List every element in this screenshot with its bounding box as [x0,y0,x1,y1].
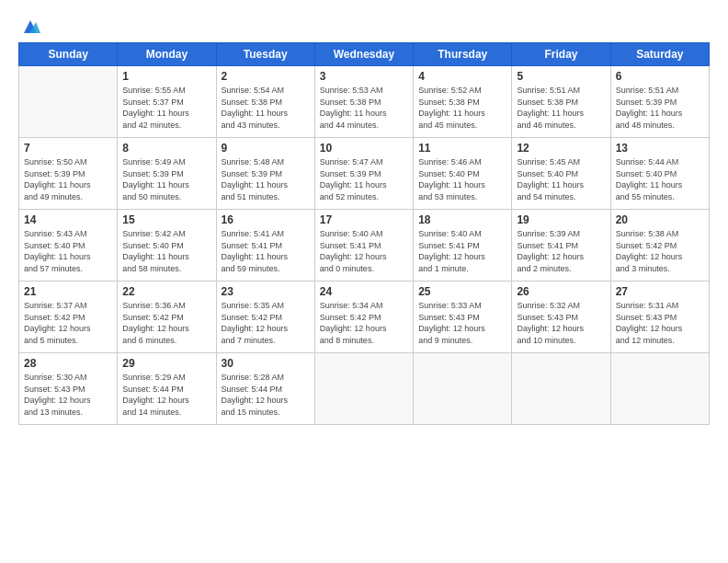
day-info: Sunrise: 5:31 AM Sunset: 5:43 PM Dayligh… [616,300,704,346]
calendar-cell: 26Sunrise: 5:32 AM Sunset: 5:43 PM Dayli… [512,282,610,353]
day-info: Sunrise: 5:46 AM Sunset: 5:40 PM Dayligh… [418,156,506,202]
day-number: 6 [616,70,704,83]
calendar-cell: 13Sunrise: 5:44 AM Sunset: 5:40 PM Dayli… [610,138,709,210]
calendar-table: SundayMondayTuesdayWednesdayThursdayFrid… [18,42,710,425]
calendar-cell [512,353,610,425]
calendar-cell: 7Sunrise: 5:50 AM Sunset: 5:39 PM Daylig… [19,138,118,210]
day-number: 17 [320,213,408,226]
day-number: 13 [616,142,704,155]
day-number: 20 [616,213,704,226]
day-number: 12 [517,142,605,155]
day-info: Sunrise: 5:44 AM Sunset: 5:40 PM Dayligh… [616,156,704,202]
day-number: 14 [24,213,112,226]
calendar-cell: 24Sunrise: 5:34 AM Sunset: 5:42 PM Dayli… [314,282,413,353]
calendar-cell: 5Sunrise: 5:51 AM Sunset: 5:38 PM Daylig… [512,66,610,138]
calendar-cell: 22Sunrise: 5:36 AM Sunset: 5:42 PM Dayli… [118,282,216,353]
day-number: 5 [517,70,605,83]
weekday-header-row: SundayMondayTuesdayWednesdayThursdayFrid… [19,43,710,66]
weekday-header-thursday: Thursday [414,43,512,66]
day-info: Sunrise: 5:36 AM Sunset: 5:42 PM Dayligh… [122,300,210,346]
day-number: 30 [222,357,310,370]
day-number: 18 [418,213,506,226]
calendar-cell: 20Sunrise: 5:38 AM Sunset: 5:42 PM Dayli… [610,210,709,282]
calendar-cell: 19Sunrise: 5:39 AM Sunset: 5:41 PM Dayli… [512,210,610,282]
day-info: Sunrise: 5:47 AM Sunset: 5:39 PM Dayligh… [320,156,408,202]
weekday-header-monday: Monday [118,43,216,66]
day-number: 15 [122,213,210,226]
day-info: Sunrise: 5:40 AM Sunset: 5:41 PM Dayligh… [320,228,408,274]
calendar-cell: 9Sunrise: 5:48 AM Sunset: 5:39 PM Daylig… [216,138,314,210]
day-number: 1 [122,70,210,83]
week-row-3: 21Sunrise: 5:37 AM Sunset: 5:42 PM Dayli… [19,282,710,353]
day-number: 19 [517,213,605,226]
week-row-2: 14Sunrise: 5:43 AM Sunset: 5:40 PM Dayli… [19,210,710,282]
day-number: 11 [418,142,506,155]
logo [18,17,40,33]
day-number: 16 [222,213,310,226]
day-info: Sunrise: 5:49 AM Sunset: 5:39 PM Dayligh… [122,156,210,202]
calendar-cell: 21Sunrise: 5:37 AM Sunset: 5:42 PM Dayli… [19,282,118,353]
day-number: 9 [222,142,310,155]
day-info: Sunrise: 5:38 AM Sunset: 5:42 PM Dayligh… [616,228,704,274]
day-info: Sunrise: 5:53 AM Sunset: 5:38 PM Dayligh… [320,85,408,131]
week-row-4: 28Sunrise: 5:30 AM Sunset: 5:43 PM Dayli… [19,353,710,425]
calendar-cell: 6Sunrise: 5:51 AM Sunset: 5:39 PM Daylig… [610,66,709,138]
day-info: Sunrise: 5:50 AM Sunset: 5:39 PM Dayligh… [24,156,112,202]
day-number: 29 [122,357,210,370]
day-info: Sunrise: 5:33 AM Sunset: 5:43 PM Dayligh… [418,300,506,346]
calendar-cell: 27Sunrise: 5:31 AM Sunset: 5:43 PM Dayli… [610,282,709,353]
day-info: Sunrise: 5:29 AM Sunset: 5:44 PM Dayligh… [122,372,210,418]
calendar-cell: 17Sunrise: 5:40 AM Sunset: 5:41 PM Dayli… [314,210,413,282]
day-info: Sunrise: 5:41 AM Sunset: 5:41 PM Dayligh… [222,228,310,274]
day-info: Sunrise: 5:55 AM Sunset: 5:37 PM Dayligh… [122,85,210,131]
week-row-0: 1Sunrise: 5:55 AM Sunset: 5:37 PM Daylig… [19,66,710,138]
day-number: 25 [418,285,506,298]
day-info: Sunrise: 5:37 AM Sunset: 5:42 PM Dayligh… [24,300,112,346]
day-info: Sunrise: 5:32 AM Sunset: 5:43 PM Dayligh… [517,300,605,346]
day-info: Sunrise: 5:51 AM Sunset: 5:38 PM Dayligh… [517,85,605,131]
day-number: 10 [320,142,408,155]
weekday-header-tuesday: Tuesday [216,43,314,66]
day-number: 26 [517,285,605,298]
day-number: 24 [320,285,408,298]
day-info: Sunrise: 5:54 AM Sunset: 5:38 PM Dayligh… [222,85,310,131]
calendar-cell: 3Sunrise: 5:53 AM Sunset: 5:38 PM Daylig… [314,66,413,138]
day-number: 3 [320,70,408,83]
day-number: 28 [24,357,112,370]
day-info: Sunrise: 5:30 AM Sunset: 5:43 PM Dayligh… [24,372,112,418]
logo-icon [20,17,40,37]
calendar-cell: 28Sunrise: 5:30 AM Sunset: 5:43 PM Dayli… [19,353,118,425]
day-info: Sunrise: 5:43 AM Sunset: 5:40 PM Dayligh… [24,228,112,274]
day-info: Sunrise: 5:34 AM Sunset: 5:42 PM Dayligh… [320,300,408,346]
day-info: Sunrise: 5:35 AM Sunset: 5:42 PM Dayligh… [222,300,310,346]
calendar-cell: 1Sunrise: 5:55 AM Sunset: 5:37 PM Daylig… [118,66,216,138]
calendar-cell: 14Sunrise: 5:43 AM Sunset: 5:40 PM Dayli… [19,210,118,282]
calendar-cell: 25Sunrise: 5:33 AM Sunset: 5:43 PM Dayli… [414,282,512,353]
day-info: Sunrise: 5:42 AM Sunset: 5:40 PM Dayligh… [122,228,210,274]
day-number: 7 [24,142,112,155]
week-row-1: 7Sunrise: 5:50 AM Sunset: 5:39 PM Daylig… [19,138,710,210]
day-number: 21 [24,285,112,298]
calendar-cell: 23Sunrise: 5:35 AM Sunset: 5:42 PM Dayli… [216,282,314,353]
calendar-cell: 4Sunrise: 5:52 AM Sunset: 5:38 PM Daylig… [414,66,512,138]
calendar-cell: 11Sunrise: 5:46 AM Sunset: 5:40 PM Dayli… [414,138,512,210]
day-info: Sunrise: 5:52 AM Sunset: 5:38 PM Dayligh… [418,85,506,131]
day-info: Sunrise: 5:45 AM Sunset: 5:40 PM Dayligh… [517,156,605,202]
day-number: 8 [122,142,210,155]
day-number: 27 [616,285,704,298]
day-number: 23 [222,285,310,298]
calendar-cell [19,66,118,138]
day-info: Sunrise: 5:39 AM Sunset: 5:41 PM Dayligh… [517,228,605,274]
calendar-cell: 2Sunrise: 5:54 AM Sunset: 5:38 PM Daylig… [216,66,314,138]
calendar-cell: 12Sunrise: 5:45 AM Sunset: 5:40 PM Dayli… [512,138,610,210]
day-info: Sunrise: 5:40 AM Sunset: 5:41 PM Dayligh… [418,228,506,274]
day-number: 4 [418,70,506,83]
day-number: 2 [222,70,310,83]
calendar-cell: 29Sunrise: 5:29 AM Sunset: 5:44 PM Dayli… [118,353,216,425]
day-info: Sunrise: 5:28 AM Sunset: 5:44 PM Dayligh… [222,372,310,418]
day-number: 22 [122,285,210,298]
weekday-header-saturday: Saturday [610,43,709,66]
calendar-cell: 16Sunrise: 5:41 AM Sunset: 5:41 PM Dayli… [216,210,314,282]
calendar-cell [414,353,512,425]
page: SundayMondayTuesdayWednesdayThursdayFrid… [0,0,728,563]
